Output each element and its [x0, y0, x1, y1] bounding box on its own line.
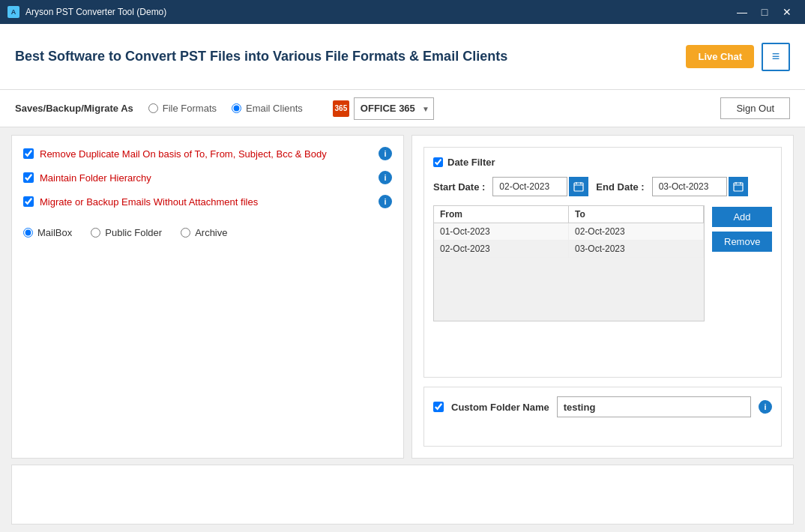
to-value-2: 03-Oct-2023: [569, 241, 704, 257]
format-select-wrap: 365 OFFICE 365 ▼: [333, 97, 706, 120]
table-action-buttons: Add Remove: [712, 205, 772, 321]
toolbar-label: Saves/Backup/Migrate As: [15, 103, 133, 114]
titlebar: A Aryson PST Converter Tool (Demo) — □ ✕: [0, 0, 805, 24]
right-panel: Date Filter Start Date :: [411, 135, 794, 459]
main: Remove Duplicate Mail On basis of To, Fr…: [0, 127, 805, 532]
date-filter-header: Date Filter: [433, 157, 772, 168]
date-row: Start Date : End Date :: [433, 177, 772, 196]
email-clients-radio[interactable]: [232, 103, 241, 113]
table-row[interactable]: 01-Oct-2023 02-Oct-2023: [434, 223, 704, 241]
end-date-label: End Date :: [596, 181, 644, 193]
menu-button[interactable]: ≡: [762, 43, 790, 71]
custom-folder-name-label: Custom Folder Name: [451, 402, 549, 413]
start-date-calendar-button[interactable]: [569, 177, 588, 196]
duplicate-mail-info-icon[interactable]: i: [379, 147, 392, 160]
checkbox-row-2: Maintain Folder Hierarchy i: [23, 171, 392, 184]
custom-folder-checkbox[interactable]: [433, 402, 444, 412]
archive-option: Archive: [181, 227, 227, 238]
calendar-icon-2: [733, 181, 744, 192]
maximize-button[interactable]: □: [754, 1, 775, 22]
start-date-label: Start Date :: [433, 181, 485, 193]
email-clients-option: Email Clients: [232, 103, 303, 114]
public-folder-option: Public Folder: [91, 227, 162, 238]
email-clients-label[interactable]: Email Clients: [246, 103, 303, 114]
from-value-1: 01-Oct-2023: [434, 223, 569, 240]
toolbar: Saves/Backup/Migrate As File Formats Ema…: [0, 90, 805, 127]
from-value-2: 02-Oct-2023: [434, 241, 569, 257]
svg-rect-4: [734, 183, 743, 191]
header-actions: Live Chat ≡: [686, 43, 790, 71]
no-attachment-label[interactable]: Migrate or Backup Emails Without Attachm…: [40, 196, 373, 208]
svg-rect-0: [574, 183, 583, 191]
end-date-calendar-button[interactable]: [729, 177, 748, 196]
to-column-header: To: [569, 206, 704, 223]
titlebar-controls: — □ ✕: [732, 1, 798, 22]
custom-folder-info-icon[interactable]: i: [759, 400, 772, 414]
to-value-1: 02-Oct-2023: [569, 223, 704, 240]
calendar-icon: [573, 181, 584, 192]
add-button[interactable]: Add: [712, 207, 772, 227]
mailbox-radio-options: MailBox Public Folder Archive: [23, 227, 392, 238]
start-date-input[interactable]: [492, 177, 567, 196]
custom-folder-row: Custom Folder Name i: [433, 396, 772, 417]
bottom-panel: [11, 465, 794, 525]
mailbox-option: MailBox: [23, 227, 72, 238]
date-filter-checkbox[interactable]: [433, 157, 443, 167]
date-table-wrap: From To 01-Oct-2023 02-Oct-2023 02-Oct-2…: [433, 205, 772, 321]
minimize-button[interactable]: —: [732, 1, 753, 22]
from-column-header: From: [434, 206, 569, 223]
close-button[interactable]: ✕: [777, 1, 798, 22]
end-date-input-wrap: [652, 177, 748, 196]
mailbox-label[interactable]: MailBox: [37, 227, 72, 238]
titlebar-left: A Aryson PST Converter Tool (Demo): [7, 6, 166, 18]
date-table-header: From To: [434, 206, 704, 223]
checkbox-row-1: Remove Duplicate Mail On basis of To, Fr…: [23, 147, 392, 160]
header-title: Best Software to Convert PST Files into …: [15, 48, 507, 65]
date-filter-section: Date Filter Start Date :: [423, 147, 782, 378]
header: Best Software to Convert PST Files into …: [0, 24, 805, 90]
date-table: From To 01-Oct-2023 02-Oct-2023 02-Oct-2…: [433, 205, 705, 321]
mailbox-radio[interactable]: [23, 228, 33, 238]
archive-label[interactable]: Archive: [195, 227, 227, 238]
end-date-input[interactable]: [652, 177, 727, 196]
folder-hierarchy-checkbox[interactable]: [23, 172, 34, 183]
date-table-body: 01-Oct-2023 02-Oct-2023 02-Oct-2023 03-O…: [434, 223, 704, 321]
office-icon: 365: [333, 100, 349, 117]
date-filter-label: Date Filter: [447, 157, 495, 168]
public-folder-radio[interactable]: [91, 228, 100, 238]
file-formats-label[interactable]: File Formats: [163, 103, 217, 114]
custom-folder-input[interactable]: [557, 396, 751, 417]
left-panel: Remove Duplicate Mail On basis of To, Fr…: [11, 135, 404, 459]
folder-hierarchy-info-icon[interactable]: i: [379, 171, 392, 184]
app-title: Aryson PST Converter Tool (Demo): [25, 7, 166, 17]
duplicate-mail-label[interactable]: Remove Duplicate Mail On basis of To, Fr…: [40, 148, 373, 160]
format-select-wrapper: OFFICE 365 ▼: [354, 97, 434, 120]
checkbox-row-3: Migrate or Backup Emails Without Attachm…: [23, 195, 392, 208]
no-attachment-info-icon[interactable]: i: [379, 195, 392, 208]
public-folder-label[interactable]: Public Folder: [105, 227, 162, 238]
file-formats-radio[interactable]: [148, 103, 158, 113]
panels-row: Remove Duplicate Mail On basis of To, Fr…: [11, 135, 794, 459]
table-row[interactable]: 02-Oct-2023 03-Oct-2023: [434, 241, 704, 258]
duplicate-mail-checkbox[interactable]: [23, 148, 34, 159]
remove-button[interactable]: Remove: [712, 232, 772, 252]
folder-hierarchy-label[interactable]: Maintain Folder Hierarchy: [40, 172, 373, 184]
no-attachment-checkbox[interactable]: [23, 196, 34, 207]
live-chat-button[interactable]: Live Chat: [686, 45, 754, 68]
start-date-input-wrap: [492, 177, 588, 196]
custom-folder-section: Custom Folder Name i: [423, 387, 782, 447]
file-formats-option: File Formats: [148, 103, 217, 114]
app-icon: A: [7, 6, 19, 18]
sign-out-button[interactable]: Sign Out: [720, 97, 790, 119]
format-select[interactable]: OFFICE 365: [354, 97, 434, 120]
archive-radio[interactable]: [181, 228, 190, 238]
